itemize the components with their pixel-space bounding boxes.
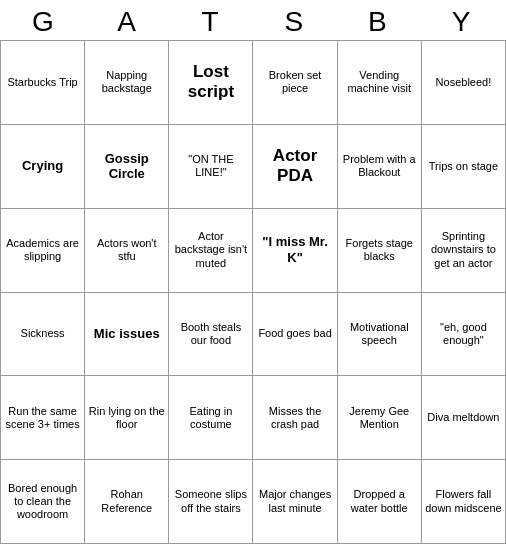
title-letter-y: Y: [422, 6, 502, 38]
table-row: Run the same scene 3+ times: [1, 376, 85, 460]
table-row: Major changes last minute: [253, 460, 337, 544]
title-letter-g: G: [4, 6, 84, 38]
table-row: Misses the crash pad: [253, 376, 337, 460]
table-row: Actor PDA: [253, 125, 337, 209]
table-row: Vending machine visit: [338, 41, 422, 125]
title-letter-s: S: [255, 6, 335, 38]
table-row: Sickness: [1, 293, 85, 377]
table-row: Diva meltdown: [422, 376, 506, 460]
table-row: Broken set piece: [253, 41, 337, 125]
table-row: Starbucks Trip: [1, 41, 85, 125]
table-row: Lost script: [169, 41, 253, 125]
table-row: Flowers fall down midscene: [422, 460, 506, 544]
title-letter-a: A: [87, 6, 167, 38]
table-row: Someone slips off the stairs: [169, 460, 253, 544]
table-row: Actor backstage isn't muted: [169, 209, 253, 293]
table-row: Food goes bad: [253, 293, 337, 377]
table-row: Forgets stage blacks: [338, 209, 422, 293]
table-row: Booth steals our food: [169, 293, 253, 377]
table-row: "I miss Mr. K": [253, 209, 337, 293]
title-letter-b: B: [338, 6, 418, 38]
table-row: Eating in costume: [169, 376, 253, 460]
table-row: Gossip Circle: [85, 125, 169, 209]
title-letter-t: T: [171, 6, 251, 38]
table-row: Rohan Reference: [85, 460, 169, 544]
table-row: Mic issues: [85, 293, 169, 377]
table-row: Napping backstage: [85, 41, 169, 125]
table-row: "ON THE LINE!": [169, 125, 253, 209]
table-row: Rin lying on the floor: [85, 376, 169, 460]
table-row: Problem with a Blackout: [338, 125, 422, 209]
table-row: Sprinting downstairs to get an actor: [422, 209, 506, 293]
table-row: Trips on stage: [422, 125, 506, 209]
table-row: Dropped a water bottle: [338, 460, 422, 544]
table-row: Motivational speech: [338, 293, 422, 377]
table-row: Nosebleed!: [422, 41, 506, 125]
table-row: Crying: [1, 125, 85, 209]
table-row: Actors won't stfu: [85, 209, 169, 293]
table-row: Bored enough to clean the woodroom: [1, 460, 85, 544]
bingo-title: G A T S B Y: [0, 0, 506, 40]
table-row: Academics are slipping: [1, 209, 85, 293]
table-row: "eh, good enough": [422, 293, 506, 377]
table-row: Jeremy Gee Mention: [338, 376, 422, 460]
bingo-grid: Starbucks TripNapping backstageLost scri…: [0, 40, 506, 544]
